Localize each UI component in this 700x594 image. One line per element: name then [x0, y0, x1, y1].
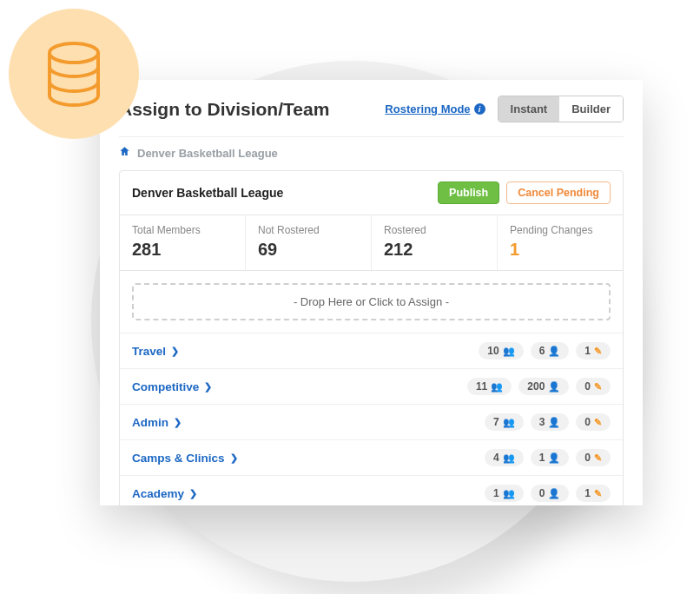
pencil-icon: ✎	[594, 382, 602, 392]
breadcrumb-org[interactable]: Denver Basketball League	[137, 147, 278, 160]
stat-pending-label: Pending Changes	[510, 224, 611, 236]
division-label: Admin	[132, 416, 168, 429]
people-badge[interactable]: 200👤	[518, 378, 569, 395]
people-badge[interactable]: 0👤	[531, 485, 570, 502]
pencil-icon: ✎	[594, 453, 602, 463]
division-badges: 1👥 0👤 1✎	[485, 485, 611, 502]
panel-head: Denver Basketball League Publish Cancel …	[120, 171, 623, 215]
stat-rostered-label: Rostered	[384, 224, 485, 236]
stat-total: Total Members 281	[120, 215, 246, 270]
groups-icon: 👥	[503, 418, 515, 427]
pencil-icon: ✎	[594, 418, 602, 427]
division-row-competitive: Competitive ❯ 11👥 200👤 0✎	[120, 368, 623, 404]
pending-badge[interactable]: 0✎	[576, 449, 611, 466]
people-badge[interactable]: 6👤	[531, 342, 570, 360]
division-link-travel[interactable]: Travel ❯	[132, 345, 179, 358]
stat-rostered-value: 212	[384, 240, 485, 260]
division-row-travel: Travel ❯ 10👥 6👤 1✎	[120, 333, 623, 368]
groups-badge[interactable]: 7👥	[485, 413, 524, 431]
chevron-right-icon: ❯	[204, 381, 212, 393]
home-icon[interactable]	[119, 146, 130, 160]
toggle-builder[interactable]: Builder	[559, 96, 623, 122]
groups-badge[interactable]: 11👥	[467, 378, 512, 395]
division-label: Travel	[132, 345, 166, 358]
division-row-camps-clinics: Camps & Clinics ❯ 4👥 1👤 0✎	[120, 439, 623, 475]
groups-icon: 👥	[491, 382, 503, 392]
league-name: Denver Basketball League	[132, 186, 283, 200]
pending-badge[interactable]: 1✎	[576, 342, 611, 360]
database-icon	[44, 42, 103, 107]
people-badge[interactable]: 1👤	[531, 449, 570, 466]
person-icon: 👤	[548, 453, 560, 463]
stat-rostered: Rostered 212	[372, 215, 498, 270]
chevron-right-icon: ❯	[174, 417, 182, 428]
league-panel: Denver Basketball League Publish Cancel …	[119, 170, 624, 505]
pending-badge[interactable]: 0✎	[576, 413, 611, 431]
pending-badge[interactable]: 0✎	[576, 378, 611, 395]
stats-row: Total Members 281 Not Rostered 69 Roster…	[120, 215, 623, 271]
division-label: Camps & Clinics	[132, 452, 225, 465]
division-link-camps-clinics[interactable]: Camps & Clinics ❯	[132, 452, 238, 465]
division-link-competitive[interactable]: Competitive ❯	[132, 380, 212, 393]
stat-notrostered-value: 69	[258, 240, 359, 260]
groups-badge[interactable]: 10👥	[479, 342, 523, 360]
division-link-admin[interactable]: Admin ❯	[132, 416, 182, 429]
groups-icon: 👥	[503, 346, 515, 356]
toggle-instant[interactable]: Instant	[499, 96, 560, 122]
stat-total-value: 281	[132, 240, 233, 260]
division-label: Competitive	[132, 380, 199, 393]
division-badges: 7👥 3👤 0✎	[485, 413, 611, 431]
info-icon: i	[474, 103, 485, 115]
person-icon: 👤	[548, 346, 560, 356]
mode-toggle: Instant Builder	[498, 96, 624, 122]
svg-point-0	[50, 43, 98, 63]
groups-badge[interactable]: 4👥	[485, 449, 524, 466]
person-icon: 👤	[548, 382, 560, 392]
pencil-icon: ✎	[594, 489, 602, 498]
stat-pending: Pending Changes 1	[498, 215, 623, 270]
groups-badge[interactable]: 1👥	[485, 485, 524, 502]
pending-badge[interactable]: 1✎	[576, 485, 611, 502]
panel-actions: Publish Cancel Pending	[438, 182, 611, 204]
division-link-academy[interactable]: Academy ❯	[132, 487, 197, 500]
stat-notrostered-label: Not Rostered	[258, 224, 359, 236]
stat-total-label: Total Members	[132, 224, 233, 236]
header-right: Rostering Mode i Instant Builder	[385, 96, 624, 122]
page-title: Assign to Division/Team	[119, 99, 329, 120]
publish-button[interactable]: Publish	[438, 182, 499, 204]
division-label: Academy	[132, 487, 184, 500]
division-badges: 10👥 6👤 1✎	[479, 342, 611, 360]
pencil-icon: ✎	[594, 346, 602, 356]
rostering-mode-link[interactable]: Rostering Mode i	[385, 102, 485, 116]
division-row-admin: Admin ❯ 7👥 3👤 0✎	[120, 404, 623, 439]
division-row-academy: Academy ❯ 1👥 0👤 1✎	[120, 475, 623, 505]
breadcrumb: Denver Basketball League	[100, 146, 643, 170]
database-badge	[9, 9, 139, 139]
division-badges: 4👥 1👤 0✎	[485, 449, 611, 466]
groups-icon: 👥	[503, 489, 515, 498]
chevron-right-icon: ❯	[189, 488, 197, 499]
groups-icon: 👥	[503, 453, 515, 463]
assign-dropzone[interactable]: - Drop Here or Click to Assign -	[132, 283, 611, 320]
cancel-pending-button[interactable]: Cancel Pending	[506, 182, 611, 204]
rostering-mode-label: Rostering Mode	[385, 102, 470, 116]
stat-not-rostered: Not Rostered 69	[246, 215, 372, 270]
people-badge[interactable]: 3👤	[531, 413, 570, 431]
division-badges: 11👥 200👤 0✎	[467, 378, 611, 395]
card-header: Assign to Division/Team Rostering Mode i…	[100, 80, 643, 133]
stat-pending-value: 1	[510, 240, 611, 260]
header-divider	[119, 136, 624, 137]
person-icon: 👤	[548, 489, 560, 498]
person-icon: 👤	[548, 418, 560, 427]
main-card: Assign to Division/Team Rostering Mode i…	[100, 80, 643, 505]
chevron-right-icon: ❯	[230, 452, 238, 464]
chevron-right-icon: ❯	[171, 346, 179, 357]
